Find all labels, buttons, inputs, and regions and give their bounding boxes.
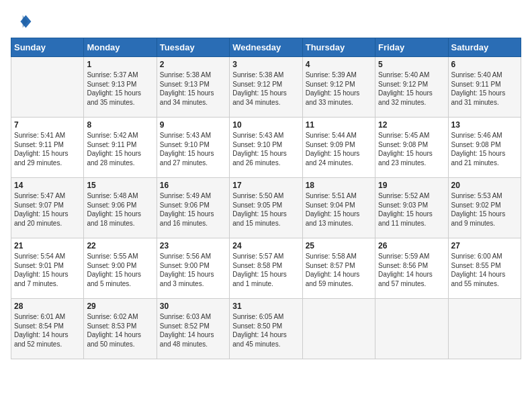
calendar-cell: 22Sunrise: 5:55 AM Sunset: 9:00 PM Dayli… [84,238,157,299]
day-info: Sunrise: 6:00 AM Sunset: 8:55 PM Dayligh… [451,252,518,288]
column-header-friday: Friday [375,38,448,57]
column-header-tuesday: Tuesday [157,38,229,57]
calendar-cell: 20Sunrise: 5:53 AM Sunset: 9:02 PM Dayli… [448,178,521,238]
calendar-cell [11,57,84,118]
calendar-cell: 25Sunrise: 5:58 AM Sunset: 8:57 PM Dayli… [302,238,375,299]
calendar-cell: 14Sunrise: 5:47 AM Sunset: 9:07 PM Dayli… [11,178,84,238]
day-number: 24 [232,241,299,250]
day-info: Sunrise: 5:43 AM Sunset: 9:10 PM Dayligh… [160,131,226,167]
calendar-cell: 1Sunrise: 5:37 AM Sunset: 9:13 PM Daylig… [84,57,157,118]
day-number: 28 [14,302,81,311]
column-header-saturday: Saturday [448,38,521,57]
day-info: Sunrise: 5:57 AM Sunset: 8:58 PM Dayligh… [232,252,299,288]
day-info: Sunrise: 5:43 AM Sunset: 9:10 PM Dayligh… [232,131,299,167]
day-info: Sunrise: 6:02 AM Sunset: 8:53 PM Dayligh… [87,312,153,349]
calendar-cell: 23Sunrise: 5:56 AM Sunset: 9:00 PM Dayli… [157,238,229,299]
week-row-3: 14Sunrise: 5:47 AM Sunset: 9:07 PM Dayli… [11,178,521,238]
day-info: Sunrise: 5:53 AM Sunset: 9:02 PM Dayligh… [451,191,518,228]
day-info: Sunrise: 5:37 AM Sunset: 9:13 PM Dayligh… [87,71,153,107]
day-info: Sunrise: 5:38 AM Sunset: 9:13 PM Dayligh… [160,71,226,107]
day-number: 3 [232,60,299,69]
day-info: Sunrise: 5:49 AM Sunset: 9:06 PM Dayligh… [160,191,226,228]
day-info: Sunrise: 5:56 AM Sunset: 9:00 PM Dayligh… [160,252,226,288]
day-number: 15 [87,181,153,190]
calendar-cell: 5Sunrise: 5:40 AM Sunset: 9:12 PM Daylig… [375,57,448,118]
day-info: Sunrise: 5:55 AM Sunset: 9:00 PM Dayligh… [87,252,153,288]
column-header-sunday: Sunday [11,38,84,57]
day-info: Sunrise: 5:40 AM Sunset: 9:12 PM Dayligh… [378,71,445,107]
day-number: 13 [451,120,518,130]
calendar-cell: 13Sunrise: 5:46 AM Sunset: 9:08 PM Dayli… [448,118,521,178]
day-number: 27 [451,241,518,250]
calendar-cell: 31Sunrise: 6:05 AM Sunset: 8:50 PM Dayli… [230,299,302,359]
day-info: Sunrise: 5:48 AM Sunset: 9:06 PM Dayligh… [87,191,153,228]
day-number: 11 [306,120,372,130]
calendar-cell [375,299,448,359]
column-header-wednesday: Wednesday [230,38,302,57]
day-number: 31 [232,302,299,311]
column-header-thursday: Thursday [302,38,375,57]
day-info: Sunrise: 5:42 AM Sunset: 9:11 PM Dayligh… [87,131,153,167]
calendar-cell: 16Sunrise: 5:49 AM Sunset: 9:06 PM Dayli… [157,178,229,238]
day-number: 17 [232,181,299,190]
calendar-cell: 2Sunrise: 5:38 AM Sunset: 9:13 PM Daylig… [157,57,229,118]
day-info: Sunrise: 5:58 AM Sunset: 8:57 PM Dayligh… [306,252,372,288]
week-row-1: 1Sunrise: 5:37 AM Sunset: 9:13 PM Daylig… [11,57,521,118]
day-info: Sunrise: 5:46 AM Sunset: 9:08 PM Dayligh… [451,131,518,167]
logo-icon [11,11,32,32]
day-info: Sunrise: 5:51 AM Sunset: 9:04 PM Dayligh… [306,191,372,228]
calendar-cell: 17Sunrise: 5:50 AM Sunset: 9:05 PM Dayli… [230,178,302,238]
calendar-cell: 10Sunrise: 5:43 AM Sunset: 9:10 PM Dayli… [230,118,302,178]
day-number: 26 [378,241,445,250]
day-info: Sunrise: 5:44 AM Sunset: 9:09 PM Dayligh… [306,131,372,167]
calendar-cell: 18Sunrise: 5:51 AM Sunset: 9:04 PM Dayli… [302,178,375,238]
calendar-cell: 9Sunrise: 5:43 AM Sunset: 9:10 PM Daylig… [157,118,229,178]
day-info: Sunrise: 5:38 AM Sunset: 9:12 PM Dayligh… [232,71,299,107]
calendar-cell: 7Sunrise: 5:41 AM Sunset: 9:11 PM Daylig… [11,118,84,178]
day-number: 25 [306,241,372,250]
day-info: Sunrise: 6:05 AM Sunset: 8:50 PM Dayligh… [232,312,299,349]
day-info: Sunrise: 5:45 AM Sunset: 9:08 PM Dayligh… [378,131,445,167]
calendar-cell: 11Sunrise: 5:44 AM Sunset: 9:09 PM Dayli… [302,118,375,178]
day-number: 12 [378,120,445,130]
logo [11,11,35,32]
day-number: 8 [87,120,153,130]
day-number: 20 [451,181,518,190]
day-number: 9 [160,120,226,130]
column-header-monday: Monday [84,38,157,57]
header-row: SundayMondayTuesdayWednesdayThursdayFrid… [11,38,521,57]
calendar-cell: 3Sunrise: 5:38 AM Sunset: 9:12 PM Daylig… [230,57,302,118]
day-info: Sunrise: 5:54 AM Sunset: 9:01 PM Dayligh… [14,252,81,288]
calendar-cell [302,299,375,359]
day-number: 16 [160,181,226,190]
day-number: 1 [87,60,153,69]
calendar-cell: 12Sunrise: 5:45 AM Sunset: 9:08 PM Dayli… [375,118,448,178]
calendar-cell: 8Sunrise: 5:42 AM Sunset: 9:11 PM Daylig… [84,118,157,178]
day-info: Sunrise: 5:39 AM Sunset: 9:12 PM Dayligh… [306,71,372,107]
calendar-cell: 15Sunrise: 5:48 AM Sunset: 9:06 PM Dayli… [84,178,157,238]
day-number: 2 [160,60,226,69]
day-number: 30 [160,302,226,311]
calendar-cell: 24Sunrise: 5:57 AM Sunset: 8:58 PM Dayli… [230,238,302,299]
calendar-cell: 28Sunrise: 6:01 AM Sunset: 8:54 PM Dayli… [11,299,84,359]
week-row-5: 28Sunrise: 6:01 AM Sunset: 8:54 PM Dayli… [11,299,521,359]
day-number: 22 [87,241,153,250]
calendar-cell: 27Sunrise: 6:00 AM Sunset: 8:55 PM Dayli… [448,238,521,299]
week-row-2: 7Sunrise: 5:41 AM Sunset: 9:11 PM Daylig… [11,118,521,178]
day-number: 23 [160,241,226,250]
day-number: 5 [378,60,445,69]
day-number: 21 [14,241,81,250]
day-info: Sunrise: 5:47 AM Sunset: 9:07 PM Dayligh… [14,191,81,228]
calendar-cell: 26Sunrise: 5:59 AM Sunset: 8:56 PM Dayli… [375,238,448,299]
day-number: 4 [306,60,372,69]
day-info: Sunrise: 5:50 AM Sunset: 9:05 PM Dayligh… [232,191,299,228]
day-info: Sunrise: 6:03 AM Sunset: 8:52 PM Dayligh… [160,312,226,349]
calendar-cell: 21Sunrise: 5:54 AM Sunset: 9:01 PM Dayli… [11,238,84,299]
calendar-cell: 6Sunrise: 5:40 AM Sunset: 9:11 PM Daylig… [448,57,521,118]
day-info: Sunrise: 5:59 AM Sunset: 8:56 PM Dayligh… [378,252,445,288]
day-number: 29 [87,302,153,311]
calendar-cell [448,299,521,359]
page-header [11,11,521,32]
day-number: 10 [232,120,299,130]
day-info: Sunrise: 5:52 AM Sunset: 9:03 PM Dayligh… [378,191,445,228]
